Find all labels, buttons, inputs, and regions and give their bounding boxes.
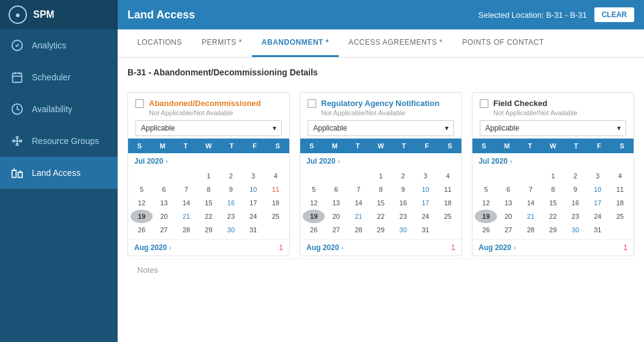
cal-week-3: 12 13 14 15 16 17 18 [131,196,287,210]
content-area: B-31 - Abandonment/Decommissioning Detai… [118,58,644,342]
sidebar-item-analytics[interactable]: Analytics [0,29,118,61]
aug-row-field-checked: Aug 2020 › 1 [472,239,634,256]
chevron-down-icon: ▾ [273,124,276,132]
cal-days-field-checked: 1234 567891011 12131415161718 1920212223… [472,169,634,237]
cal-dropdown-field-checked[interactable]: Applicable ▾ [480,120,626,136]
month-arrow-regulatory[interactable]: › [338,158,339,165]
checkbox-field-checked[interactable] [480,99,488,108]
main-content: Land Access Selected Location: B-31 - B-… [118,0,644,342]
header-right: Selected Location: B-31 - B-31 CLEAR [479,7,634,22]
main-header: Land Access Selected Location: B-31 - B-… [118,0,644,29]
cal-header-regulatory: Regulatory Agency Notification Not Appli… [300,93,461,139]
nodes-icon [10,134,25,148]
aug-arrow-regulatory[interactable]: › [341,245,343,251]
cal-title-abandoned: Abandoned/Decommissioned [149,99,261,108]
month-arrow-abandoned[interactable]: › [165,158,167,165]
svg-rect-1 [13,73,22,82]
cal-subtitle-regulatory: Not Applicable/Not Available [321,109,454,116]
sidebar-item-resource-groups[interactable]: Resource Groups [0,125,118,157]
day-3[interactable]: 3 [242,169,264,183]
calendar-field-checked: Field Checked Not Applicable/Not Availab… [472,92,634,256]
sidebar-item-availability[interactable]: Availability [0,93,118,125]
scheduler-label: Scheduler [32,72,70,82]
cal-subtitle-field-checked: Not Applicable/Not Available [493,109,626,116]
aug-row-regulatory: Aug 2020 › 1 [300,239,461,256]
cal-week-5: 26 27 28 29 30 31 [131,223,287,237]
availability-label: Availability [32,104,72,114]
tab-points-of-contact[interactable]: POINTS OF CONTACT [452,29,554,57]
app-name: SPM [33,9,55,20]
globe-icon: ● [9,6,27,24]
day-2[interactable]: 2 [220,169,242,183]
day-4[interactable]: 4 [265,169,287,183]
chevron-down-icon: ▾ [617,124,621,132]
svg-rect-13 [18,172,23,177]
svg-point-7 [16,137,18,139]
tab-permits[interactable]: PERMITS * [192,29,252,57]
building-icon [10,165,25,180]
cal-month-jul-regulatory: Jul 2020 › [300,153,461,169]
notes-section: Notes [127,259,634,281]
cal-days-abandoned: 1 2 3 4 5 6 7 8 9 10 11 [128,169,289,237]
calendars-grid: Abandoned/Decommissioned Not Applicable/… [127,92,634,256]
section-title: B-31 - Abandonment/Decommissioning Detai… [127,67,634,82]
cal-days-header-regulatory: SMTWTFS [300,139,461,153]
cal-subtitle-abandoned: Not Applicable/Not Available [149,109,282,116]
aug-row-abandoned: Aug 2020 › 1 [128,239,289,256]
aug-label-abandoned[interactable]: Aug 2020 [134,243,167,252]
cal-week-1: 1 2 3 4 [131,169,287,183]
check-circle-icon [10,38,25,53]
sidebar-item-scheduler[interactable]: Scheduler [0,61,118,93]
cal-header-abandoned: Abandoned/Decommissioned Not Applicable/… [128,93,289,139]
cal-month-jul-abandoned: Jul 2020 › [128,153,289,169]
tabs-bar: LOCATIONS PERMITS * ABANDONMENT * ACCESS… [118,29,644,58]
aug-label-field-checked[interactable]: Aug 2020 [479,243,511,252]
checkbox-abandoned[interactable] [135,99,144,108]
sidebar-item-land-access[interactable]: Land Access [0,157,118,189]
tab-abandonment[interactable]: ABANDONMENT * [252,29,339,57]
cal-dropdown-abandoned[interactable]: Applicable ▾ [135,120,282,136]
chevron-down-icon: ▾ [445,124,449,132]
checkbox-regulatory[interactable] [308,99,316,108]
aug-1-regulatory[interactable]: 1 [451,243,455,252]
cal-week-4: 19 20 21 22 23 24 25 [131,210,287,223]
resource-groups-label: Resource Groups [32,136,99,146]
selected-location: Selected Location: B-31 - B-31 [479,10,587,20]
clear-button[interactable]: CLEAR [594,7,634,22]
day-1[interactable]: 1 [197,169,219,183]
aug-1-abandoned[interactable]: 1 [279,243,283,252]
svg-point-8 [20,140,21,142]
cal-days-regulatory: 1234 567891011 12131415161718 1920212223… [300,169,461,237]
sidebar-logo: ● SPM [0,0,118,29]
analytics-label: Analytics [32,40,66,50]
notes-label: Notes [137,265,158,275]
svg-point-6 [13,140,15,142]
month-label-abandoned[interactable]: Jul 2020 [134,157,163,165]
svg-point-9 [16,143,18,145]
calendar-regulatory: Regulatory Agency Notification Not Appli… [300,92,462,256]
tab-access-agreements[interactable]: ACCESS AGREEMENTS * [339,29,453,57]
cal-month-jul-field-checked: Jul 2020 › [472,153,634,169]
land-access-label: Land Access [32,168,80,178]
cal-week-2: 5 6 7 8 9 10 11 [131,183,287,196]
aug-arrow-field-checked[interactable]: › [513,245,515,251]
aug-label-regulatory[interactable]: Aug 2020 [306,243,339,252]
sidebar: ● SPM Analytics Scheduler [0,0,118,342]
cal-header-field-checked: Field Checked Not Applicable/Not Availab… [472,93,634,139]
calendar-abandoned: Abandoned/Decommissioned Not Applicable/… [127,92,290,256]
tab-locations[interactable]: LOCATIONS [127,29,192,57]
aug-1-field-checked[interactable]: 1 [623,243,627,252]
page-title: Land Access [127,9,195,21]
cal-dropdown-regulatory[interactable]: Applicable ▾ [308,120,454,136]
cal-title-regulatory: Regulatory Agency Notification [321,99,439,108]
calendar-icon [10,70,25,85]
cal-days-header-field-checked: SMTWTFS [472,139,634,153]
month-label-regulatory[interactable]: Jul 2020 [306,157,335,165]
aug-arrow-abandoned[interactable]: › [169,245,171,251]
cal-title-field-checked: Field Checked [493,99,547,108]
svg-rect-12 [12,170,17,178]
clock-icon [10,102,25,116]
cal-days-header-abandoned: SMTWTFS [128,139,289,153]
month-arrow-field-checked[interactable]: › [510,158,512,165]
month-label-field-checked[interactable]: Jul 2020 [479,157,507,165]
